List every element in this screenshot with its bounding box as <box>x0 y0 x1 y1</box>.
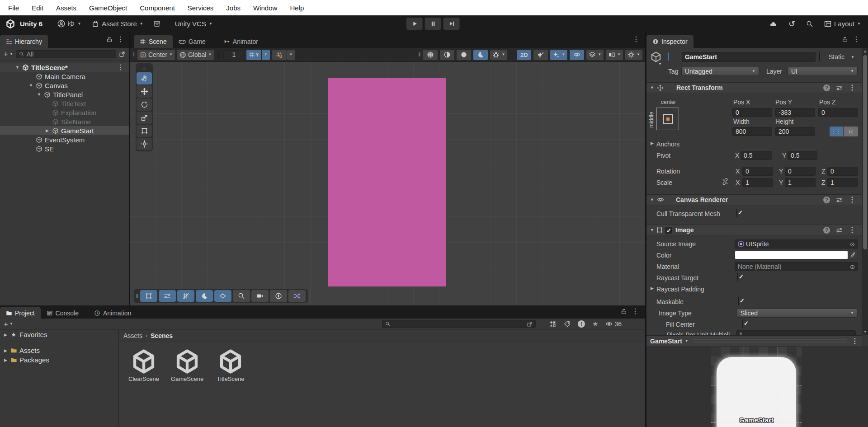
active-checkbox[interactable] <box>668 52 669 61</box>
hierarchy-search-input[interactable]: All <box>16 50 116 58</box>
orientation-dropdown[interactable]: Global ▼ <box>177 50 214 60</box>
foldout-icon[interactable]: ▶ <box>648 286 656 291</box>
drag-handle[interactable]: ‖ <box>136 293 139 299</box>
random-overlay-button[interactable] <box>288 290 306 302</box>
kebab-menu-icon[interactable]: ⋮ <box>632 308 639 315</box>
tab-hierarchy[interactable]: Hierarchy <box>0 35 48 48</box>
asset-grid[interactable]: ClearScene GameScene TitleScene <box>119 342 645 427</box>
play-button[interactable] <box>406 18 423 30</box>
inspector-scrollbar[interactable]: ▲ ▼ <box>862 48 868 335</box>
pos-z-field[interactable]: 0 <box>818 108 858 117</box>
foldout-icon[interactable]: ▶ <box>2 348 9 353</box>
kebab-menu-icon[interactable]: ⋮ <box>117 64 124 71</box>
component-enabled-checkbox[interactable] <box>665 227 672 234</box>
transform-tool-button[interactable] <box>137 138 152 150</box>
static-checkbox[interactable] <box>819 52 820 61</box>
effects-dropdown[interactable]: ▼ <box>550 50 567 60</box>
color-swatch[interactable] <box>735 251 848 259</box>
favorites-star-icon[interactable]: ★ <box>592 320 598 328</box>
audio-toggle-button[interactable] <box>533 50 548 60</box>
open-external-icon[interactable] <box>527 321 533 327</box>
step-button[interactable] <box>443 18 460 30</box>
source-image-field[interactable]: UISprite ⊙ <box>735 239 858 249</box>
tab-project[interactable]: Project <box>0 307 41 319</box>
grid-size-field[interactable]: 1 <box>223 50 244 59</box>
raycast-target-checkbox[interactable] <box>737 273 738 282</box>
layout-dropdown[interactable]: Layout ▼ <box>824 20 861 28</box>
scale-y-field[interactable]: 1 <box>785 178 816 187</box>
blueprint-mode-button[interactable] <box>830 127 843 136</box>
menu-jobs[interactable]: Jobs <box>220 4 247 12</box>
help-icon[interactable]: ? <box>823 84 830 91</box>
scale-z-field[interactable]: 1 <box>827 178 858 187</box>
tool-settings-button[interactable] <box>159 290 176 302</box>
debug-draw-dropdown[interactable]: ▼ <box>490 50 507 60</box>
lighting-overlay-button[interactable] <box>196 290 213 302</box>
eyedropper-button[interactable] <box>848 251 858 259</box>
rotation-x-field[interactable]: 0 <box>742 167 773 176</box>
tab-console[interactable]: Console <box>41 307 85 319</box>
hierarchy-item-gamestart[interactable]: ▶ GameStart <box>0 126 129 135</box>
kebab-menu-icon[interactable]: ⋮ <box>849 84 856 91</box>
chevron-down-icon[interactable]: ▼ <box>851 56 854 59</box>
create-button[interactable]: + ▼ <box>4 320 13 328</box>
pixels-per-unit-field[interactable]: 1 <box>736 330 856 335</box>
grid-snap-dropdown[interactable]: ▼ <box>262 50 270 60</box>
search-button[interactable] <box>806 20 813 28</box>
asset-titlescene[interactable]: TitleScene <box>209 348 252 382</box>
lock-icon[interactable] <box>842 36 848 42</box>
2d-toggle-button[interactable]: 2D <box>517 50 531 60</box>
label-tag-icon[interactable] <box>564 321 571 328</box>
preset-icon[interactable] <box>836 197 843 203</box>
chevron-down-icon[interactable]: ▼ <box>685 339 689 343</box>
lock-icon[interactable] <box>106 36 113 42</box>
gizmos-dropdown[interactable]: ▼ <box>625 50 642 60</box>
breadcrumb-scenes[interactable]: Scenes <box>151 332 173 339</box>
rect-overlay-button[interactable] <box>140 290 157 302</box>
foldout-icon[interactable]: ▼ <box>648 228 656 232</box>
menu-gameobject[interactable]: GameObject <box>83 4 133 12</box>
foldout-icon[interactable]: ▶ <box>2 358 9 362</box>
lock-icon[interactable] <box>621 308 627 314</box>
hierarchy-item-explanation[interactable]: Explanation <box>0 108 129 117</box>
drag-handle[interactable]: ‖ <box>132 52 135 58</box>
object-picker-icon[interactable]: ⊙ <box>850 241 855 248</box>
cloud-button[interactable] <box>769 20 778 28</box>
drag-handle[interactable] <box>694 339 847 343</box>
search-overlay-button[interactable] <box>233 290 250 302</box>
gameobject-name-field[interactable]: GameStart <box>682 52 816 62</box>
menu-component[interactable]: Component <box>133 4 181 12</box>
tag-dropdown[interactable]: Untagged▼ <box>681 67 759 76</box>
scene-canvas-rect[interactable] <box>328 78 446 286</box>
tree-item-favorites[interactable]: ▶ ★ Favorites <box>0 330 118 339</box>
scale-tool-button[interactable] <box>137 112 152 124</box>
shading-shaded-wire-button[interactable] <box>440 50 454 60</box>
scrollbar-thumb[interactable] <box>863 55 867 249</box>
hierarchy-item-se[interactable]: SE <box>0 144 129 153</box>
kebab-menu-icon[interactable]: ⋮ <box>632 36 640 43</box>
scroll-up-icon[interactable]: ▲ <box>862 49 868 53</box>
camera-view-dropdown[interactable]: ▼ <box>606 50 623 60</box>
move-tool-button[interactable] <box>137 85 152 98</box>
kebab-menu-icon[interactable]: ⋮ <box>849 226 856 234</box>
project-search-input[interactable] <box>382 320 536 328</box>
tab-game[interactable]: Game <box>173 35 212 48</box>
hand-tool-button[interactable] <box>137 72 152 84</box>
preset-icon[interactable] <box>836 84 843 91</box>
kebab-menu-icon[interactable]: ⋮ <box>853 36 860 43</box>
pivot-y-field[interactable]: 0.5 <box>788 151 817 160</box>
image-type-dropdown[interactable]: Sliced▼ <box>737 309 858 318</box>
importance-icon[interactable]: ! <box>578 320 585 328</box>
menu-services[interactable]: Services <box>181 4 220 12</box>
kebab-menu-icon[interactable]: ⋮ <box>117 36 124 43</box>
tab-animation[interactable]: Animation <box>88 307 137 319</box>
search-by-type-icon[interactable] <box>549 320 557 328</box>
scroll-down-icon[interactable]: ▼ <box>862 330 868 334</box>
canvas-renderer-header[interactable]: ▼ Canvas Renderer ?⋮ <box>646 194 862 205</box>
layer-dropdown[interactable]: UI▼ <box>788 67 858 76</box>
visible-count[interactable]: 36 <box>605 320 622 328</box>
pos-y-field[interactable]: -383 <box>775 108 815 117</box>
layers-dropdown[interactable]: ▼ <box>586 50 604 60</box>
tab-animator[interactable]: Animator <box>218 35 264 48</box>
material-field[interactable]: None (Material) ⊙ <box>735 262 858 271</box>
